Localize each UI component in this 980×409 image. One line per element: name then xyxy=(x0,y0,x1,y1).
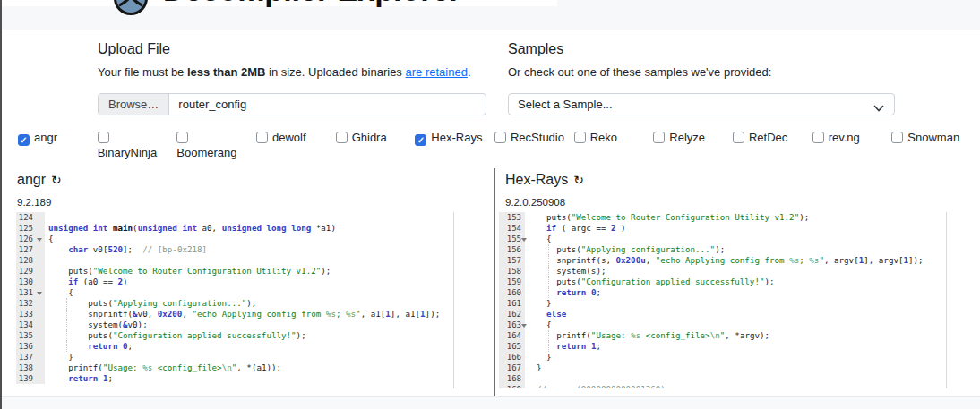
checkbox-unchecked[interactable] xyxy=(653,132,665,143)
line-number: 127 xyxy=(16,244,45,255)
line-number: 157 xyxy=(499,255,525,266)
line-number: 159 xyxy=(499,277,525,287)
decompiler-checkbox-angr[interactable]: ✓angr xyxy=(18,130,98,160)
decompiler-checkbox-Reko[interactable]: Reko xyxy=(574,130,654,160)
rerun-icon[interactable]: ↻ xyxy=(573,173,584,187)
code-line: 138 printf("Usage: %s <config_file>\n", … xyxy=(16,362,454,373)
code-line: 167} xyxy=(499,362,947,373)
sample-select-value: Select a Sample... xyxy=(518,98,613,111)
samples-heading: Samples xyxy=(508,41,563,57)
code-text: system(s); xyxy=(525,266,947,277)
code-line: 132 puts("Applying configuration..."); xyxy=(16,298,454,309)
scrollbar-angr[interactable] xyxy=(453,212,454,388)
line-number: 136 xyxy=(16,341,45,352)
indent-guide xyxy=(548,255,549,266)
code-view-angr[interactable]: 124125unsigned int main(unsigned int a0,… xyxy=(16,212,454,388)
line-number: 133 xyxy=(16,309,45,320)
checkbox-label: Reko xyxy=(590,131,617,144)
checkbox-unchecked[interactable] xyxy=(891,132,903,143)
code-text: puts("Applying configuration..."); xyxy=(45,298,454,309)
checkbox-label: rev.ng xyxy=(829,131,860,144)
code-text xyxy=(45,255,454,266)
code-text: return 1; xyxy=(525,341,947,352)
code-line: 164 printf("Usage: %s <config_file>\n", … xyxy=(499,330,947,341)
decompiler-checkbox-Relyze[interactable]: Relyze xyxy=(653,130,733,160)
browse-button[interactable]: Browse… xyxy=(99,94,169,115)
footer xyxy=(2,396,980,409)
checkbox-label: Relyze xyxy=(669,131,705,144)
indent-guide xyxy=(66,320,67,330)
sample-select[interactable]: Select a Sample... xyxy=(508,93,895,115)
checkbox-label: RetDec xyxy=(749,131,787,144)
checkbox-label: RecStudio xyxy=(511,131,564,144)
line-number: 129 xyxy=(16,266,45,277)
checkbox-unchecked[interactable] xyxy=(98,132,109,143)
code-text: puts("Applying configuration..."); xyxy=(525,244,947,255)
line-number: 161 xyxy=(499,298,525,309)
checkbox-unchecked[interactable] xyxy=(494,132,506,143)
dogbolt-logo-icon[interactable] xyxy=(114,0,148,15)
checkbox-label: Snowman xyxy=(907,131,959,144)
code-text: puts("Configuration applied successfully… xyxy=(45,330,454,341)
fold-marker-icon[interactable] xyxy=(37,238,42,242)
checkbox-checked[interactable]: ✓ xyxy=(18,134,30,146)
file-upload-input[interactable]: Browse… router_config xyxy=(98,93,486,115)
code-text: system(&v0); xyxy=(45,320,454,330)
checkbox-unchecked[interactable] xyxy=(176,132,188,143)
decompiler-checkbox-BinaryNinja[interactable]: BinaryNinja xyxy=(98,130,177,160)
indent-guide xyxy=(548,341,549,352)
code-text: return 0; xyxy=(525,287,947,298)
code-text: } xyxy=(525,298,947,309)
code-view-hexrays[interactable]: 153 puts("Welcome to Router Configuratio… xyxy=(499,212,947,388)
fold-marker-icon[interactable] xyxy=(37,292,42,295)
checkbox-label: Hex-Rays xyxy=(431,131,482,144)
indent-guide xyxy=(66,341,67,352)
line-number: 131 xyxy=(16,287,45,298)
decompiler-checkbox-dewolf[interactable]: dewolf xyxy=(256,130,336,160)
decompiler-checkbox-Ghidra[interactable]: Ghidra xyxy=(336,130,416,160)
checkbox-unchecked[interactable] xyxy=(256,132,268,143)
code-line: 136 return 0; xyxy=(16,341,454,352)
code-line: 131 { xyxy=(16,287,454,298)
line-number: 132 xyxy=(16,298,45,309)
are-retained-link[interactable]: are retained xyxy=(405,65,467,79)
uploaded-filename: router_config xyxy=(169,94,246,115)
upload-note: Your file must be less than 2MB in size.… xyxy=(98,65,471,79)
decompiler-checkbox-Snowman[interactable]: Snowman xyxy=(891,130,971,160)
decompiler-checkbox-Hex-Rays[interactable]: ✓Hex-Rays xyxy=(415,130,494,160)
code-line: 134 system(&v0); xyxy=(16,320,454,330)
line-number: 168 xyxy=(499,373,525,384)
checkbox-unchecked[interactable] xyxy=(574,132,586,143)
scrollbar-hexrays[interactable] xyxy=(946,212,947,388)
code-line: 153 puts("Welcome to Router Configuratio… xyxy=(499,212,947,223)
code-line: 139 return 1; xyxy=(16,373,454,384)
upload-note-prefix: Your file must be xyxy=(98,65,187,79)
line-number: 137 xyxy=(16,352,45,362)
upload-note-mid: in size. Uploaded binaries xyxy=(265,65,405,79)
code-line: 169//----- (0000000000001360) ----------… xyxy=(499,384,947,388)
code-text: printf("Usage: %s <config_file>\n", *(a1… xyxy=(45,362,454,373)
line-number: 163 xyxy=(499,320,525,330)
checkbox-unchecked[interactable] xyxy=(812,132,824,143)
code-text: puts("Welcome to Router Configuration Ut… xyxy=(525,212,947,223)
decompiler-checkbox-RecStudio[interactable]: RecStudio xyxy=(494,130,574,160)
decompiler-checkbox-RetDec[interactable]: RetDec xyxy=(733,130,812,160)
line-number: 158 xyxy=(499,266,525,277)
indent-guide xyxy=(66,309,67,320)
code-line: 137 } xyxy=(16,352,454,362)
checkbox-unchecked[interactable] xyxy=(733,132,744,143)
checkbox-checked[interactable]: ✓ xyxy=(415,134,426,146)
code-text: } xyxy=(525,352,947,362)
line-number: 134 xyxy=(16,320,45,330)
line-number: 155 xyxy=(499,234,525,244)
upload-size-limit: less than 2MB xyxy=(187,65,265,79)
line-number: 139 xyxy=(16,373,45,384)
panel-name: Hex-Rays xyxy=(505,172,568,187)
rerun-icon[interactable]: ↻ xyxy=(51,173,62,187)
checkbox-unchecked[interactable] xyxy=(336,132,348,143)
decompiler-checkbox-rev.ng[interactable]: rev.ng xyxy=(812,130,892,160)
line-number: 167 xyxy=(499,362,525,373)
indent-guide xyxy=(548,277,549,287)
decompiler-checkbox-Boomerang[interactable]: Boomerang xyxy=(176,130,256,160)
indent-guide xyxy=(66,330,67,341)
